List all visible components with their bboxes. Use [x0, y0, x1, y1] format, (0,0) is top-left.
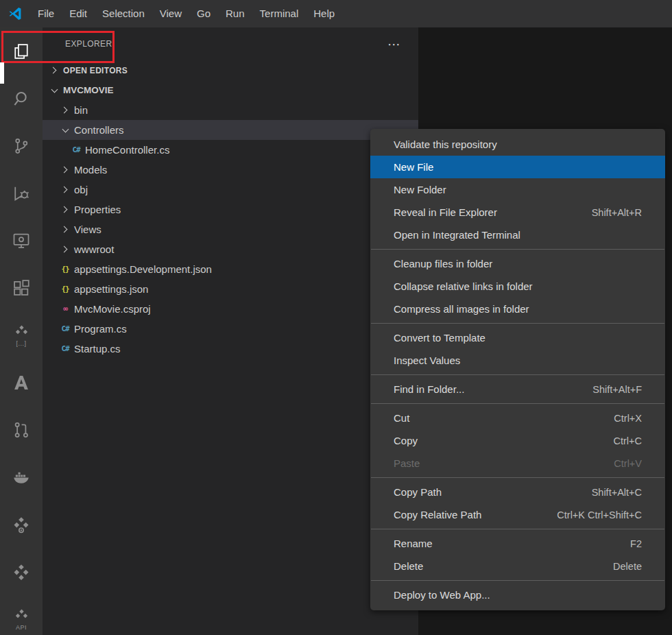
menu-help[interactable]: Help — [306, 0, 342, 27]
menu-item-label: Validate this repository — [394, 139, 497, 150]
tree-item-homecontroller-cs[interactable]: C#HomeController.cs — [43, 140, 418, 160]
tree-item-label: HomeController.cs — [85, 144, 169, 156]
tree-item-open-editors[interactable]: OPEN EDITORS — [43, 60, 418, 80]
activity-item-source-control[interactable] — [0, 122, 43, 169]
tree-item-properties[interactable]: Properties — [43, 200, 418, 219]
menu-item-label: Cleanup files in folder — [394, 258, 492, 269]
menu-item-label: Deploy to Web App... — [394, 589, 490, 601]
context-menu-item-cleanup-files-in-folder[interactable]: Cleanup files in folder — [370, 252, 665, 275]
context-menu-item-new-folder[interactable]: New Folder — [370, 178, 665, 201]
tree-item-label: Program.cs — [74, 323, 127, 335]
context-menu-item-copy[interactable]: CopyCtrl+C — [370, 429, 665, 452]
context-menu-item-cut[interactable]: CutCtrl+X — [370, 407, 665, 429]
json-file-icon: {} — [59, 283, 71, 296]
context-menu-item-deploy-to-web-app[interactable]: Deploy to Web App... — [370, 584, 665, 606]
menu-separator — [371, 403, 664, 404]
remote-explorer-icon — [12, 231, 31, 250]
activity-item-azure-resources[interactable] — [0, 501, 43, 548]
menu-item-shortcut: Ctrl+C — [614, 435, 643, 446]
docker-icon — [12, 468, 31, 487]
azure-api-management-caption: API — [16, 624, 27, 631]
azure-resources-icon — [12, 515, 31, 534]
tree-item-program-cs[interactable]: C#Program.cs — [43, 319, 418, 339]
tree-item-controllers[interactable]: Controllers — [43, 120, 418, 140]
azure-static-web-apps-icon — [12, 562, 31, 582]
menu-item-label: Copy Path — [394, 486, 442, 498]
context-menu-item-new-file[interactable]: New File — [370, 156, 665, 178]
activity-item-github-pull-requests[interactable] — [0, 406, 43, 453]
tree-item-models[interactable]: Models — [43, 160, 418, 180]
context-menu-item-reveal-in-file-explorer[interactable]: Reveal in File ExplorerShift+Alt+R — [370, 201, 665, 224]
tree-item-label: Controllers — [74, 124, 124, 136]
tree-item-appsettings-development-json[interactable]: {}appsettings.Development.json — [43, 259, 418, 279]
context-menu-item-open-in-integrated-terminal[interactable]: Open in Integrated Terminal — [370, 224, 665, 246]
tree-item-mvcmovie-csproj[interactable]: ∞MvcMovie.csproj — [43, 299, 418, 319]
activity-item-remote-explorer[interactable] — [0, 217, 43, 264]
activity-item-azure[interactable] — [0, 359, 43, 406]
github-pull-requests-icon — [12, 420, 31, 440]
menu-run[interactable]: Run — [218, 0, 252, 27]
run-and-debug-icon — [12, 184, 31, 203]
menu-item-shortcut: Shift+Alt+C — [592, 487, 642, 498]
json-file-icon: {} — [59, 263, 71, 276]
menu-view[interactable]: View — [152, 0, 189, 27]
tree-item-startup-cs[interactable]: C#Startup.cs — [43, 339, 418, 359]
menu-go[interactable]: Go — [189, 0, 218, 27]
menu-item-shortcut: Shift+Alt+F — [592, 384, 642, 395]
context-menu-item-convert-to-template[interactable]: Convert to Template — [370, 326, 665, 349]
tree-item-mvcmovie[interactable]: MVCMOVIE — [43, 80, 418, 100]
menu-item-shortcut: Ctrl+K Ctrl+Shift+C — [557, 510, 642, 520]
cs-file-icon: C# — [59, 323, 71, 335]
activity-bar: [...]API — [0, 27, 43, 635]
azure-functions-icon — [14, 324, 29, 339]
context-menu-item-rename[interactable]: RenameF2 — [370, 532, 665, 555]
menu-file[interactable]: File — [30, 0, 62, 27]
context-menu-item-compress-all-images-in-folder[interactable]: Compress all images in folder — [370, 298, 665, 320]
menu-item-label: Inspect Values — [394, 355, 460, 366]
tree-item-appsettings-json[interactable]: {}appsettings.json — [43, 279, 418, 299]
tree-item-label: appsettings.json — [74, 283, 148, 295]
menu-item-label: Compress all images in folder — [394, 303, 529, 315]
vscode-logo-icon — [0, 6, 30, 21]
tree-item-label: OPEN EDITORS — [63, 66, 128, 75]
activity-item-azure-static-web-apps[interactable] — [0, 548, 43, 595]
menu-item-label: Cut — [394, 412, 409, 424]
menu-item-label: Paste — [394, 457, 420, 469]
activity-item-azure-api-management[interactable]: API — [0, 595, 43, 635]
tree-item-label: MVCMOVIE — [63, 85, 114, 95]
menu-terminal[interactable]: Terminal — [252, 0, 307, 27]
menu-item-label: New Folder — [394, 184, 446, 195]
context-menu-item-validate-this-repository[interactable]: Validate this repository — [370, 133, 665, 156]
chevron-right-icon — [59, 104, 71, 117]
tree-item-label: Models — [74, 164, 107, 176]
menu-separator — [371, 323, 664, 324]
tree-item-label: MvcMovie.csproj — [74, 303, 151, 315]
tree-item-wwwroot[interactable]: wwwroot — [43, 239, 418, 259]
chevron-down-icon — [48, 84, 60, 97]
menu-edit[interactable]: Edit — [62, 0, 95, 27]
context-menu-item-copy-relative-path[interactable]: Copy Relative PathCtrl+K Ctrl+Shift+C — [370, 503, 665, 526]
tree-item-label: Properties — [74, 204, 121, 215]
menu-selection[interactable]: Selection — [95, 0, 152, 27]
tree-item-label: bin — [74, 104, 88, 116]
chevron-right-icon — [59, 204, 71, 216]
tree-item-label: appsettings.Development.json — [74, 263, 212, 275]
extensions-icon — [12, 278, 31, 298]
menu-item-shortcut: F2 — [630, 538, 642, 549]
activity-item-run-and-debug[interactable] — [0, 169, 43, 217]
activity-item-search[interactable] — [0, 75, 43, 122]
tree-item-views[interactable]: Views — [43, 219, 418, 239]
context-menu: Validate this repositoryNew FileNew Fold… — [370, 129, 665, 610]
activity-item-azure-functions[interactable]: [...] — [0, 311, 43, 359]
activity-item-extensions[interactable] — [0, 264, 43, 311]
context-menu-item-inspect-values[interactable]: Inspect Values — [370, 349, 665, 372]
activity-item-docker[interactable] — [0, 453, 43, 501]
context-menu-item-copy-path[interactable]: Copy PathShift+Alt+C — [370, 481, 665, 503]
context-menu-item-collapse-relative-links-in-folder[interactable]: Collapse relative links in folder — [370, 275, 665, 298]
more-actions-icon[interactable]: ⋯ — [387, 38, 400, 51]
menu-item-label: Collapse relative links in folder — [394, 280, 533, 292]
tree-item-bin[interactable]: bin — [43, 100, 418, 120]
context-menu-item-delete[interactable]: DeleteDelete — [370, 555, 665, 577]
context-menu-item-find-in-folder[interactable]: Find in Folder...Shift+Alt+F — [370, 378, 665, 400]
tree-item-obj[interactable]: obj — [43, 180, 418, 200]
